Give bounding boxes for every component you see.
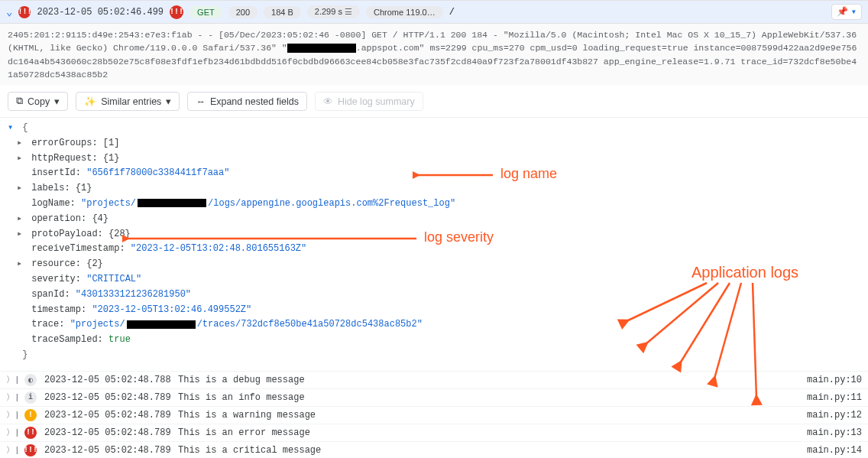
json-field-caret[interactable] <box>17 181 26 197</box>
row-timestamp: 2023-12-05 05:02:48.789 <box>44 392 170 403</box>
application-log-list: 〉|◐2023-12-05 05:02:48.788This is a debu… <box>0 371 868 458</box>
raw-log-text: 2405:201:2:9115:d49e:2543:e7e3:f1ab - - … <box>0 24 868 86</box>
header-timestamp: 2023-12-05 05:02:46.499 <box>37 7 164 18</box>
log-toolbar: ⧉Copy ▾ ✨Similar entries ▾ ↔Expand neste… <box>0 86 868 118</box>
row-source: main.py:12 <box>807 410 862 421</box>
expand-fields-button[interactable]: ↔Expand nested fields <box>187 92 307 111</box>
expand-row-icon[interactable]: 〉| <box>6 444 17 456</box>
json-root-caret[interactable] <box>8 121 17 136</box>
log-row[interactable]: 〉|!!2023-12-05 05:02:48.789This is an er… <box>0 424 868 441</box>
pin-icon: 📌 <box>837 6 848 18</box>
log-entry-header[interactable]: ⌄ !!! 2023-12-05 05:02:46.499 !!! GET 20… <box>0 0 868 24</box>
log-row[interactable]: 〉|!!!2023-12-05 05:02:48.789This is a cr… <box>0 441 868 458</box>
json-field-caret[interactable] <box>17 257 26 272</box>
json-field-caret[interactable] <box>17 212 26 227</box>
request-path: / <box>449 7 455 18</box>
json-field-caret[interactable] <box>17 227 26 242</box>
json-logname-row: logName: "projects//logs/appengine.googl… <box>8 197 860 212</box>
row-timestamp: 2023-12-05 05:02:48.789 <box>44 445 170 456</box>
eye-off-icon: 👁 <box>323 96 333 107</box>
expand-row-icon[interactable]: 〉| <box>6 374 17 385</box>
json-field-caret[interactable] <box>17 151 26 167</box>
row-message: This is a critical message <box>178 445 799 456</box>
row-timestamp: 2023-12-05 05:02:48.789 <box>44 410 170 421</box>
trace-icon: ☰ <box>345 7 352 16</box>
chevron-down-icon: ▾ <box>851 6 857 18</box>
row-message: This is a debug message <box>178 375 799 385</box>
row-source: main.py:13 <box>807 427 862 438</box>
log-row[interactable]: 〉|i2023-12-05 05:02:48.789This is an inf… <box>0 388 868 406</box>
redacted-text <box>127 320 196 329</box>
method-pill: GET <box>189 6 222 18</box>
severity-icon: ! <box>24 409 37 421</box>
log-row[interactable]: 〉|◐2023-12-05 05:02:48.788This is a debu… <box>0 371 868 388</box>
severity-icon: ◐ <box>24 374 37 386</box>
severity-critical-icon: !!! <box>18 6 31 18</box>
sparkle-icon: ✨ <box>84 96 96 107</box>
expand-row-icon[interactable]: 〉| <box>6 391 17 403</box>
row-message: This is a warning message <box>178 410 799 421</box>
expand-icon: ↔ <box>196 96 206 107</box>
similar-entries-button[interactable]: ✨Similar entries ▾ <box>76 92 180 111</box>
severity-icon: i <box>24 391 37 404</box>
redacted-text <box>138 199 206 207</box>
expand-chevron-icon[interactable]: ⌄ <box>6 5 12 18</box>
status-pill: 200 <box>228 6 257 18</box>
severity-icon: !! <box>24 427 37 439</box>
nested-severity-icon: !!! <box>170 5 183 19</box>
redacted-text <box>287 44 356 53</box>
hide-summary-button: 👁Hide log summary <box>315 92 423 111</box>
pin-dropdown[interactable]: 📌 ▾ <box>831 4 862 20</box>
severity-icon: !!! <box>24 444 37 456</box>
agent-pill: Chrome 119.0… <box>366 6 443 18</box>
row-source: main.py:14 <box>807 445 862 456</box>
json-field-caret[interactable] <box>17 136 26 151</box>
copy-button[interactable]: ⧉Copy ▾ <box>8 92 68 111</box>
chevron-down-icon: ▾ <box>54 96 60 107</box>
size-pill: 184 B <box>264 6 301 18</box>
row-message: This is an info message <box>178 392 799 403</box>
chevron-down-icon: ▾ <box>166 96 171 107</box>
expand-row-icon[interactable]: 〉| <box>6 409 17 421</box>
copy-icon: ⧉ <box>16 96 23 107</box>
row-source: main.py:10 <box>807 375 862 385</box>
row-message: This is an error message <box>178 427 799 438</box>
json-viewer: { errorGroups: [1] httpRequest: {1} inse… <box>0 118 868 371</box>
row-timestamp: 2023-12-05 05:02:48.788 <box>44 375 170 385</box>
json-severity-row: severity: "CRITICAL" <box>8 272 860 287</box>
log-row[interactable]: 〉|!2023-12-05 05:02:48.789This is a warn… <box>0 406 868 424</box>
latency-pill: 2.299 s ☰ <box>307 5 360 18</box>
expand-row-icon[interactable]: 〉| <box>6 427 17 438</box>
row-timestamp: 2023-12-05 05:02:48.789 <box>44 427 170 438</box>
row-source: main.py:11 <box>807 392 862 403</box>
